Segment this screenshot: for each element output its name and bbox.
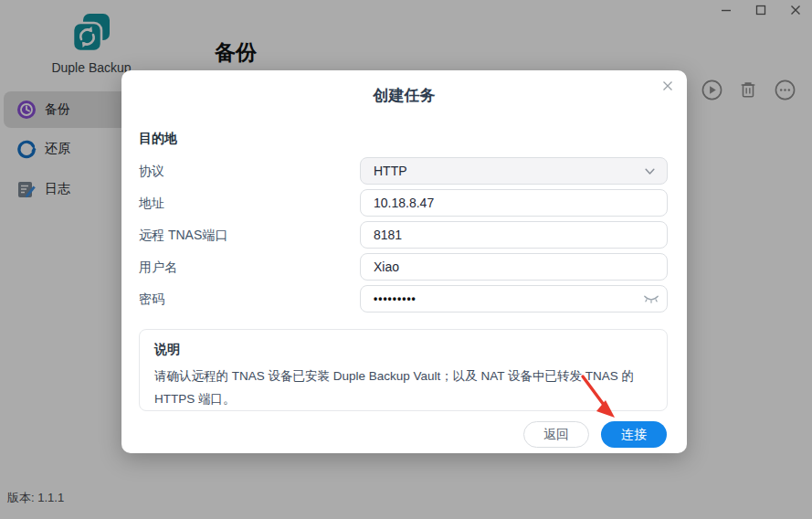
- destination-section-title: 目的地: [139, 131, 177, 147]
- username-label: 用户名: [139, 253, 177, 281]
- password-label: 密码: [139, 285, 164, 312]
- note-box: 说明 请确认远程的 TNAS 设备已安装 Duple Backup Vault；…: [139, 329, 668, 411]
- protocol-label: 协议: [139, 157, 164, 185]
- address-label: 地址: [139, 189, 164, 217]
- app-window: Duple Backup 备份 还原: [0, 0, 812, 519]
- connect-button[interactable]: 连接: [601, 421, 667, 448]
- port-label: 远程 TNAS端口: [139, 221, 227, 249]
- address-input[interactable]: [360, 189, 668, 217]
- protocol-value: HTTP: [374, 164, 644, 178]
- note-body: 请确认远程的 TNAS 设备已安装 Duple Backup Vault；以及 …: [154, 365, 659, 410]
- create-task-dialog: 创建任务 目的地 协议 HTTP 地址 远程 TNAS端口 用户名 密码: [121, 70, 687, 453]
- port-input[interactable]: [360, 221, 668, 249]
- protocol-select[interactable]: HTTP: [360, 157, 668, 185]
- back-button[interactable]: 返回: [523, 421, 589, 448]
- dialog-title: 创建任务: [121, 85, 687, 106]
- chevron-down-icon: [644, 165, 656, 177]
- toggle-password-visibility-button[interactable]: [636, 286, 667, 312]
- note-title: 说明: [154, 342, 652, 358]
- eye-closed-icon: [643, 292, 659, 305]
- password-input[interactable]: [361, 292, 636, 305]
- username-input[interactable]: [360, 253, 668, 281]
- password-field: [360, 285, 668, 312]
